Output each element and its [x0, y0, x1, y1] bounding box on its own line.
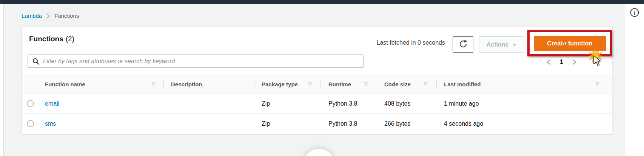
help-panel-rail: i: [625, 4, 644, 156]
left-rail: [0, 4, 4, 156]
chevron-right-icon: [46, 13, 50, 19]
cell-package-type: Zip: [254, 120, 320, 127]
functions-panel: Functions(2) Last fetched in 0 seconds A…: [22, 27, 612, 134]
select-column-header: [22, 75, 39, 94]
breadcrumb-lambda-link[interactable]: Lambda: [22, 12, 42, 19]
column-header-function-name: Function name ▽: [39, 75, 163, 94]
function-link[interactable]: email: [45, 100, 59, 107]
column-header-package-type: Package type ▽: [254, 75, 320, 94]
last-fetched-status: Last fetched in 0 seconds: [377, 39, 445, 46]
info-icon: i: [630, 13, 639, 19]
refresh-icon: [459, 39, 468, 50]
cell-package-type: Zip: [254, 100, 320, 107]
actions-dropdown-button[interactable]: Actions ▼: [479, 36, 524, 53]
next-page-button[interactable]: [572, 59, 576, 65]
functions-table: Function name ▽ Description Package type…: [22, 75, 612, 134]
actions-label: Actions: [487, 41, 509, 48]
sort-icon[interactable]: ▽: [364, 81, 368, 87]
sort-icon[interactable]: ▽: [308, 81, 312, 87]
refresh-button[interactable]: [453, 36, 473, 53]
function-link[interactable]: sms: [45, 120, 56, 127]
cell-last-modified: 1 minute ago: [436, 100, 612, 107]
table-row: email Zip Python 3.8 408 bytes 1 minute …: [22, 94, 612, 114]
pagination: 1: [547, 56, 576, 68]
svg-text:i: i: [634, 10, 635, 16]
search-icon: [32, 58, 39, 65]
caret-down-icon: ▼: [512, 42, 516, 47]
column-header-code-size: Code size ▽: [377, 75, 436, 94]
top-nav-bar: [0, 0, 644, 4]
info-button[interactable]: i: [629, 8, 640, 18]
cell-last-modified: 4 seconds ago: [436, 120, 612, 127]
table-header-row: Function name ▽ Description Package type…: [22, 75, 612, 94]
page-number[interactable]: 1: [560, 59, 563, 66]
breadcrumb-current: Functions: [54, 12, 79, 19]
bottom-overlay-circle: [303, 149, 335, 156]
cell-runtime: Python 3.8: [320, 100, 377, 107]
sort-icon[interactable]: ▽: [152, 81, 155, 87]
search-box: [28, 55, 364, 68]
row-select-radio[interactable]: [27, 120, 34, 127]
table-row: sms Zip Python 3.8 266 bytes 4 seconds a…: [22, 114, 612, 134]
column-header-description: Description: [163, 75, 254, 94]
page-title-text: Functions: [29, 35, 63, 43]
functions-count: (2): [66, 35, 74, 43]
sort-icon[interactable]: ▽: [424, 81, 427, 87]
cell-code-size: 408 bytes: [377, 100, 436, 107]
lambda-functions-screen: i Lambda Functions Functions(2) Last fet…: [0, 0, 644, 156]
create-function-button[interactable]: Create function: [534, 36, 606, 51]
cell-code-size: 266 bytes: [377, 120, 436, 127]
sort-icon[interactable]: ▽: [596, 81, 599, 87]
breadcrumb: Lambda Functions: [22, 12, 79, 19]
filter-input[interactable]: [43, 58, 359, 65]
previous-page-button[interactable]: [547, 59, 551, 65]
cell-runtime: Python 3.8: [320, 120, 377, 127]
column-header-last-modified: Last modified ▽: [436, 75, 612, 94]
annotation-highlight-box: Create function: [527, 30, 612, 56]
page-title: Functions(2): [29, 35, 74, 43]
column-header-runtime: Runtime ▽: [320, 75, 377, 94]
row-select-radio[interactable]: [27, 100, 34, 107]
